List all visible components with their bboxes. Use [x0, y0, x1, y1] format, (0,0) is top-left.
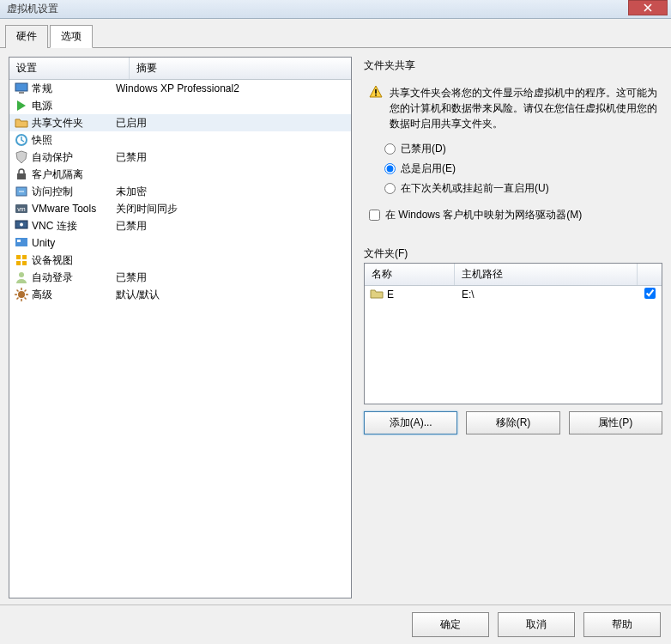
map-network-input[interactable] [369, 210, 380, 221]
share-radio-group: 已禁用(D) 总是启用(E) 在下次关机或挂起前一直启用(U) [364, 142, 662, 196]
list-item-summary: 已启用 [116, 116, 351, 131]
svg-point-8 [20, 223, 23, 227]
login-icon [15, 270, 28, 284]
list-item[interactable]: 客户机隔离 [9, 166, 351, 183]
list-item[interactable]: 访问控制未加密 [9, 183, 351, 200]
list-item[interactable]: 共享文件夹已启用 [9, 114, 351, 131]
warning-icon [369, 85, 383, 99]
svg-rect-18 [375, 94, 377, 96]
radio-always-input[interactable] [384, 163, 396, 174]
radio-label: 已禁用(D) [401, 142, 446, 156]
add-button[interactable]: 添加(A)... [364, 411, 457, 434]
folders-header-name[interactable]: 名称 [365, 264, 455, 285]
content-area: 设置 摘要 常规Windows XP Professional2电源共享文件夹已… [0, 48, 671, 607]
list-item-label: Unity [32, 237, 55, 249]
vm-icon: vm [15, 202, 28, 216]
help-button[interactable]: 帮助 [583, 612, 661, 637]
unity-icon [15, 236, 28, 250]
tab-options[interactable]: 选项 [50, 25, 93, 48]
list-header-setting[interactable]: 设置 [9, 58, 130, 79]
svg-rect-13 [16, 261, 21, 265]
list-item-summary: 已禁用 [116, 150, 351, 165]
radio-next-input[interactable] [384, 183, 396, 194]
list-item-summary: Windows XP Professional2 [116, 82, 351, 94]
svg-text:vm: vm [17, 206, 26, 212]
list-item-label: 电源 [32, 99, 52, 113]
svg-rect-0 [15, 83, 27, 91]
radio-label: 总是启用(E) [401, 161, 456, 176]
folders-header: 名称 主机路径 [365, 264, 662, 286]
bottom-bar: 确定 取消 帮助 [0, 605, 671, 644]
list-item[interactable]: 电源 [9, 97, 351, 114]
list-header-summary[interactable]: 摘要 [130, 58, 351, 79]
map-network-checkbox[interactable]: 在 Windows 客户机中映射为网络驱动器(M) [364, 208, 662, 222]
folders-list: 名称 主机路径 EE:\ [364, 263, 662, 404]
remove-button[interactable]: 移除(R) [466, 411, 559, 434]
list-item[interactable]: 高级默认/默认 [9, 286, 351, 303]
tab-hardware[interactable]: 硬件 [5, 25, 48, 48]
list-item[interactable]: vmVMware Tools关闭时间同步 [9, 200, 351, 217]
lock-icon [15, 167, 28, 181]
list-item[interactable]: 自动登录已禁用 [9, 269, 351, 286]
close-icon [644, 3, 652, 12]
folder-icon [370, 287, 384, 303]
list-item-label: 共享文件夹 [32, 116, 83, 131]
window-title: 虚拟机设置 [7, 3, 58, 15]
svg-rect-10 [17, 240, 21, 242]
radio-label: 在下次关机或挂起前一直启用(U) [401, 181, 549, 196]
svg-rect-3 [17, 173, 26, 179]
list-item-label: 自动登录 [32, 270, 73, 285]
list-item-label: 自动保护 [32, 150, 73, 165]
radio-always[interactable]: 总是启用(E) [384, 161, 662, 176]
folder-buttons: 添加(A)... 移除(R) 属性(P) [364, 411, 662, 434]
cancel-button[interactable]: 取消 [498, 612, 575, 637]
folders-section: 文件夹(F) 名称 主机路径 EE:\ 添加(A)... 移除(R) 属性(P) [364, 245, 662, 434]
folder-icon [15, 116, 28, 130]
ok-button[interactable]: 确定 [412, 612, 489, 637]
list-item[interactable]: VNC 连接已禁用 [9, 217, 351, 234]
list-item[interactable]: 快照 [9, 131, 351, 149]
list-item-label: 高级 [32, 288, 52, 302]
folder-enable-checkbox[interactable] [644, 288, 656, 299]
view-icon [15, 253, 28, 267]
folders-body: EE:\ [365, 286, 662, 404]
settings-list: 设置 摘要 常规Windows XP Professional2电源共享文件夹已… [9, 57, 352, 598]
list-item[interactable]: 设备视图 [9, 252, 351, 269]
list-body: 常规Windows XP Professional2电源共享文件夹已启用快照自动… [9, 80, 351, 598]
list-item-label: VMware Tools [32, 203, 96, 215]
folders-header-path[interactable]: 主机路径 [455, 264, 638, 285]
list-item-label: 设备视图 [32, 253, 73, 268]
list-item[interactable]: 常规Windows XP Professional2 [9, 80, 351, 97]
svg-rect-11 [16, 255, 21, 259]
close-button[interactable] [628, 0, 668, 15]
list-header: 设置 摘要 [9, 58, 351, 80]
svg-point-16 [18, 291, 25, 298]
snap-icon [15, 133, 28, 147]
folders-title: 文件夹(F) [364, 245, 662, 263]
access-icon [15, 185, 28, 198]
warning-box: 共享文件夹会将您的文件显示给虚拟机中的程序。这可能为您的计算机和数据带来风险。请… [364, 82, 662, 135]
list-item-summary: 未加密 [116, 185, 351, 199]
radio-disabled-input[interactable] [384, 143, 396, 155]
properties-button[interactable]: 属性(P) [569, 411, 662, 434]
share-section-title: 文件夹共享 [364, 57, 662, 75]
list-item-summary: 已禁用 [116, 219, 351, 234]
radio-disabled[interactable]: 已禁用(D) [384, 142, 662, 156]
title-bar: 虚拟机设置 [0, 0, 671, 19]
folder-path: E:\ [455, 289, 638, 301]
list-item-label: 访问控制 [32, 185, 73, 199]
svg-point-15 [19, 272, 24, 277]
monitor-icon [15, 82, 28, 95]
warning-text: 共享文件夹会将您的文件显示给虚拟机中的程序。这可能为您的计算机和数据带来风险。请… [390, 85, 657, 131]
tab-bar: 硬件 选项 [0, 19, 671, 48]
folder-row[interactable]: EE:\ [365, 286, 662, 303]
vnc-icon [15, 219, 28, 233]
folder-name: E [387, 289, 394, 301]
list-item-summary: 已禁用 [116, 270, 351, 285]
list-item[interactable]: Unity [9, 234, 351, 252]
list-item-summary: 默认/默认 [116, 288, 351, 302]
radio-next-boot[interactable]: 在下次关机或挂起前一直启用(U) [384, 181, 662, 196]
list-item-label: 客户机隔离 [32, 167, 83, 182]
list-item[interactable]: 自动保护已禁用 [9, 149, 351, 166]
list-item-label: 快照 [32, 133, 52, 148]
